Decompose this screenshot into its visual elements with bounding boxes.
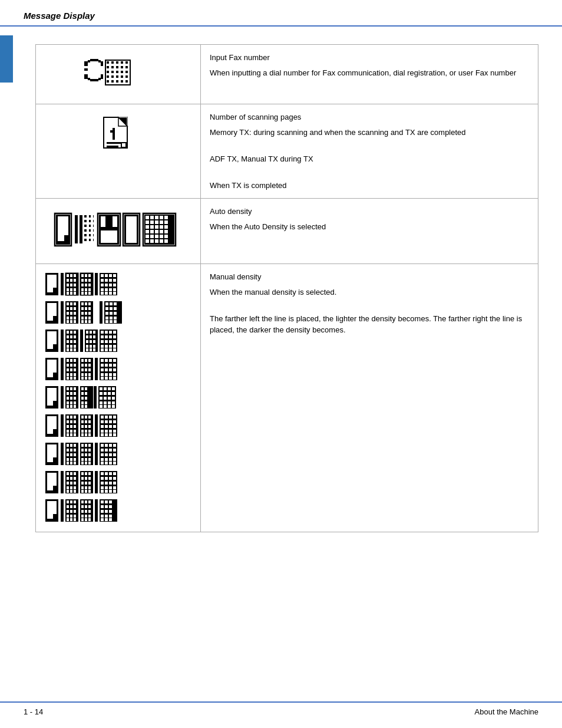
svg-rect-255 [86, 345, 88, 348]
svg-rect-421 [81, 425, 84, 428]
svg-rect-550 [109, 472, 112, 475]
svg-rect-545 [88, 490, 91, 493]
svg-rect-140 [81, 284, 84, 286]
svg-rect-342 [53, 401, 58, 408]
svg-rect-579 [67, 510, 69, 513]
svg-rect-396 [53, 429, 58, 436]
svg-rect-197 [88, 307, 91, 310]
svg-rect-311 [88, 368, 91, 371]
svg-rect-287 [67, 359, 69, 362]
svg-rect-280 [109, 348, 112, 351]
svg-rect-153 [109, 274, 112, 277]
svg-rect-513 [61, 471, 64, 493]
svg-rect-221 [105, 320, 108, 323]
svg-rect-420 [88, 420, 91, 423]
svg-rect-223 [114, 320, 117, 323]
svg-rect-305 [88, 359, 91, 362]
svg-rect-562 [109, 486, 112, 489]
svg-rect-486 [85, 462, 87, 465]
svg-rect-195 [81, 307, 84, 310]
svg-rect-339 [113, 377, 116, 380]
svg-rect-198 [81, 312, 84, 315]
svg-rect-248 [93, 331, 95, 334]
svg-rect-484 [88, 458, 91, 461]
svg-rect-529 [74, 490, 76, 493]
svg-rect-512 [53, 486, 58, 493]
svg-rect-82 [150, 216, 154, 219]
svg-rect-552 [101, 477, 104, 480]
svg-rect-496 [109, 449, 112, 452]
svg-rect-609 [101, 505, 104, 508]
svg-rect-90 [164, 220, 168, 224]
svg-rect-83 [155, 216, 158, 219]
svg-rect-359 [74, 405, 76, 408]
svg-rect-129 [67, 292, 69, 295]
svg-rect-352 [70, 397, 72, 400]
svg-rect-268 [109, 335, 112, 338]
display-table: Input Fax number When inputting a dial n… [35, 44, 538, 532]
svg-rect-213 [110, 307, 113, 310]
svg-rect-14 [121, 61, 123, 64]
svg-rect-487 [88, 462, 91, 465]
svg-rect-604 [95, 499, 98, 522]
svg-rect-309 [81, 368, 84, 371]
svg-rect-159 [101, 284, 104, 286]
svg-rect-244 [80, 330, 83, 352]
svg-rect-463 [67, 453, 69, 456]
svg-rect-321 [105, 359, 108, 362]
svg-rect-67 [91, 225, 93, 227]
svg-rect-295 [74, 368, 76, 371]
svg-rect-303 [81, 359, 84, 362]
svg-rect-299 [67, 377, 69, 380]
svg-rect-152 [105, 274, 108, 277]
scanning-svg [101, 116, 136, 154]
svg-rect-128 [74, 288, 76, 291]
svg-rect-564 [101, 490, 104, 493]
svg-rect-68 [91, 229, 93, 232]
svg-rect-222 [110, 320, 113, 323]
svg-rect-515 [67, 472, 69, 475]
svg-rect-226 [53, 344, 58, 351]
svg-rect-163 [101, 288, 104, 291]
svg-rect-469 [67, 462, 69, 465]
svg-rect-475 [88, 444, 91, 447]
svg-rect-250 [90, 335, 92, 338]
svg-rect-533 [88, 472, 91, 475]
svg-rect-185 [67, 317, 69, 319]
svg-rect-284 [53, 373, 58, 380]
svg-rect-534 [81, 477, 84, 480]
svg-rect-543 [81, 490, 84, 493]
scanning-line-1: Number of scanning pages [210, 111, 529, 123]
svg-rect-429 [88, 433, 91, 436]
svg-rect-242 [70, 348, 72, 351]
svg-rect-507 [105, 462, 108, 465]
desc-line-2: When inputting a dial number for Fax com… [210, 67, 529, 79]
svg-rect-356 [74, 401, 76, 404]
svg-rect-603 [88, 518, 91, 521]
svg-rect-41 [113, 128, 115, 140]
svg-rect-13 [116, 61, 118, 64]
svg-rect-272 [109, 340, 112, 343]
svg-rect-75 [105, 216, 113, 227]
svg-rect-540 [81, 486, 84, 489]
svg-rect-307 [85, 364, 87, 367]
svg-rect-212 [105, 307, 108, 310]
svg-rect-377 [112, 387, 115, 390]
svg-rect-368 [85, 401, 87, 404]
svg-rect-16 [107, 66, 109, 68]
svg-rect-393 [112, 405, 115, 408]
svg-rect-322 [109, 359, 112, 362]
density-row-g [45, 442, 180, 467]
svg-rect-411 [67, 433, 69, 436]
svg-rect-597 [88, 510, 91, 513]
svg-rect-6 [90, 79, 98, 81]
density-row-h [45, 470, 180, 495]
svg-rect-2 [84, 74, 88, 79]
svg-rect-580 [70, 510, 72, 513]
svg-rect-139 [88, 279, 91, 282]
svg-rect-459 [74, 444, 76, 447]
svg-rect-329 [105, 368, 108, 371]
svg-rect-12 [111, 61, 114, 64]
page-number: 1 - 14 [24, 707, 43, 716]
svg-rect-203 [88, 317, 91, 319]
